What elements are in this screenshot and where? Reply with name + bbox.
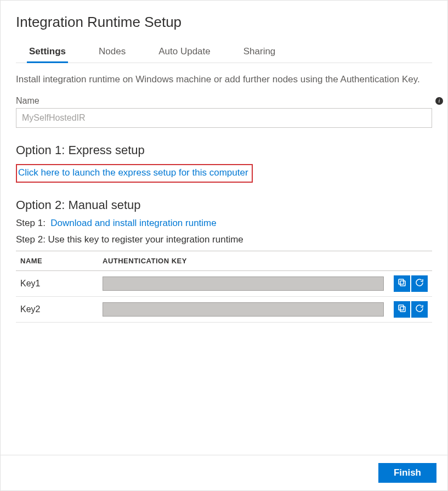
key-name-cell: Key1	[16, 270, 98, 296]
finish-button[interactable]: Finish	[378, 463, 436, 483]
copy-icon	[397, 303, 407, 315]
svg-rect-0	[400, 281, 405, 286]
name-label: Name	[16, 96, 39, 106]
key-value-masked	[103, 276, 384, 291]
copy-key-button[interactable]	[394, 275, 410, 292]
step1-label: Step 1:	[16, 218, 46, 228]
tab-settings[interactable]: Settings	[29, 42, 66, 63]
svg-rect-1	[399, 279, 404, 284]
info-icon[interactable]: i	[435, 97, 443, 105]
svg-rect-2	[400, 307, 405, 312]
auth-key-table: NAME AUTHENTICATION KEY Key1	[16, 251, 432, 323]
option1-heading: Option 1: Express setup	[16, 143, 432, 157]
col-key-header: AUTHENTICATION KEY	[98, 251, 388, 270]
refresh-icon	[415, 303, 424, 315]
name-input[interactable]	[16, 108, 432, 128]
refresh-icon	[415, 278, 424, 289]
option2-heading: Option 2: Manual setup	[16, 198, 432, 212]
col-name-header: NAME	[16, 251, 98, 270]
table-row: Key2	[16, 296, 432, 322]
download-runtime-link[interactable]: Download and install integration runtime	[50, 218, 216, 228]
step2-text: Step 2: Use this key to register your in…	[16, 234, 243, 245]
copy-icon	[397, 278, 407, 289]
express-setup-link[interactable]: Click here to launch the express setup f…	[18, 167, 248, 178]
svg-rect-3	[399, 305, 404, 310]
key-name-cell: Key2	[16, 296, 98, 322]
express-setup-highlight: Click here to launch the express setup f…	[16, 164, 253, 183]
tab-bar: Settings Nodes Auto Update Sharing	[16, 42, 432, 63]
tab-sharing[interactable]: Sharing	[243, 42, 276, 63]
intro-text: Install integration runtime on Windows m…	[16, 73, 432, 86]
table-row: Key1	[16, 270, 432, 296]
refresh-key-button[interactable]	[411, 275, 428, 292]
footer-bar: Finish	[1, 455, 447, 490]
refresh-key-button[interactable]	[411, 301, 428, 318]
copy-key-button[interactable]	[394, 301, 410, 318]
key-value-masked	[103, 302, 384, 317]
tab-auto-update[interactable]: Auto Update	[158, 42, 211, 63]
page-title: Integration Runtime Setup	[16, 14, 432, 31]
tab-nodes[interactable]: Nodes	[99, 42, 126, 63]
